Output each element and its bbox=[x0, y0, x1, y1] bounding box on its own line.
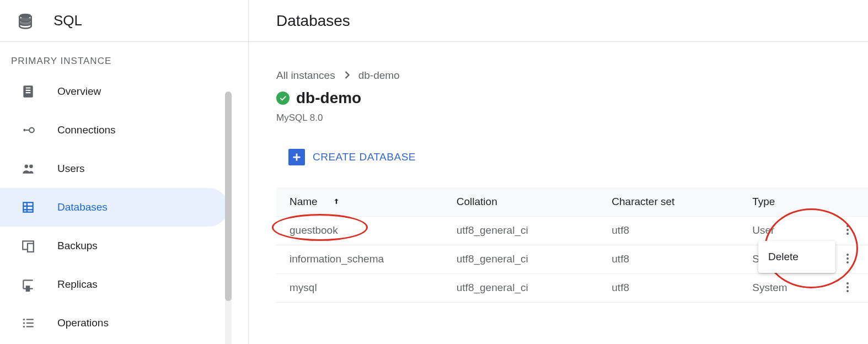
cell-charset: utf8 bbox=[598, 216, 739, 245]
sidebar-scrollbar[interactable] bbox=[225, 92, 232, 344]
svg-point-5 bbox=[25, 164, 29, 168]
create-database-button[interactable]: CREATE DATABASE bbox=[288, 149, 868, 165]
row-actions-kebab[interactable] bbox=[841, 281, 854, 294]
section-title: Databases bbox=[249, 0, 868, 42]
col-header-collation[interactable]: Collation bbox=[443, 187, 599, 216]
sidebar-item-label: Operations bbox=[57, 317, 109, 329]
svg-rect-7 bbox=[23, 202, 33, 212]
sidebar-item-label: Overview bbox=[57, 85, 101, 98]
svg-rect-10 bbox=[26, 286, 29, 291]
col-header-name[interactable]: Name bbox=[276, 187, 443, 216]
svg-point-4 bbox=[29, 128, 34, 133]
main: Databases All instances db-demo db-demo … bbox=[249, 0, 868, 344]
instance-name: db-demo bbox=[296, 89, 361, 107]
cell-charset: utf8 bbox=[598, 245, 739, 273]
svg-point-25 bbox=[846, 290, 849, 292]
row-actions-kebab[interactable] bbox=[841, 252, 854, 265]
sidebar-item-label: Connections bbox=[57, 124, 116, 136]
svg-point-21 bbox=[846, 257, 849, 260]
sidebar-item-label: Users bbox=[57, 163, 85, 175]
sidebar-item-label: Backups bbox=[57, 240, 98, 252]
svg-point-15 bbox=[23, 326, 25, 327]
svg-rect-16 bbox=[26, 326, 34, 327]
table-header-row: Name Collation Character set Type bbox=[276, 187, 868, 216]
col-header-actions bbox=[827, 187, 868, 216]
cell-name: guestbook bbox=[276, 216, 443, 245]
table-row[interactable]: mysql utf8_general_ci utf8 System bbox=[276, 273, 868, 302]
sidebar-item-label: Databases bbox=[57, 201, 108, 213]
cell-type: System bbox=[739, 273, 827, 302]
breadcrumb-leaf: db-demo bbox=[358, 69, 400, 82]
row-actions-kebab[interactable] bbox=[841, 223, 854, 237]
database-table-wrap: Name Collation Character set Type guest bbox=[276, 187, 868, 303]
svg-point-19 bbox=[846, 233, 849, 235]
users-icon bbox=[21, 162, 35, 176]
plus-icon bbox=[288, 149, 305, 165]
cell-name: information_schema bbox=[276, 245, 443, 273]
cell-charset: utf8 bbox=[598, 273, 739, 302]
svg-point-13 bbox=[23, 322, 25, 324]
col-header-type[interactable]: Type bbox=[739, 187, 827, 216]
instance-title-row: db-demo bbox=[276, 89, 868, 107]
sidebar-heading: PRIMARY INSTANCE bbox=[0, 50, 232, 72]
svg-point-23 bbox=[846, 282, 849, 284]
product-title: SQL bbox=[53, 12, 82, 29]
sort-arrow-up-icon bbox=[333, 196, 340, 208]
menu-item-delete[interactable]: Delete bbox=[758, 244, 835, 270]
svg-point-22 bbox=[846, 261, 849, 264]
sidebar-item-backups[interactable]: Backups bbox=[0, 227, 228, 265]
operations-icon bbox=[21, 316, 35, 330]
svg-point-20 bbox=[846, 254, 849, 256]
svg-point-6 bbox=[29, 164, 33, 168]
main-content: All instances db-demo db-demo MySQL 8.0 … bbox=[249, 42, 868, 303]
sql-product-icon bbox=[17, 12, 34, 30]
sidebar-item-users[interactable]: Users bbox=[0, 149, 228, 188]
sidebar-item-replicas[interactable]: Replicas bbox=[0, 265, 228, 304]
col-header-name-label: Name bbox=[290, 196, 318, 207]
breadcrumb-root[interactable]: All instances bbox=[276, 69, 335, 82]
svg-point-24 bbox=[846, 286, 849, 288]
svg-point-18 bbox=[846, 229, 849, 231]
sidebar-item-label: Replicas bbox=[57, 278, 98, 291]
overview-icon bbox=[21, 84, 35, 99]
svg-rect-12 bbox=[26, 319, 34, 320]
svg-point-11 bbox=[23, 319, 25, 320]
svg-point-17 bbox=[846, 225, 849, 227]
cell-collation: utf8_general_ci bbox=[443, 273, 599, 302]
create-database-label: CREATE DATABASE bbox=[313, 151, 416, 163]
engine-version: MySQL 8.0 bbox=[276, 112, 868, 123]
sidebar-scrollbar-thumb[interactable] bbox=[225, 92, 232, 301]
sidebar-item-databases[interactable]: Databases bbox=[0, 188, 228, 227]
sidebar-item-operations[interactable]: Operations bbox=[0, 304, 228, 342]
row-action-menu: Delete bbox=[758, 241, 835, 273]
svg-point-3 bbox=[23, 129, 25, 131]
cell-collation: utf8_general_ci bbox=[443, 216, 599, 245]
svg-rect-9 bbox=[28, 244, 34, 252]
sidebar-item-connections[interactable]: Connections bbox=[0, 111, 228, 149]
chevron-right-icon bbox=[344, 69, 350, 82]
col-header-charset[interactable]: Character set bbox=[598, 187, 739, 216]
status-ok-icon bbox=[276, 92, 290, 105]
databases-icon bbox=[21, 200, 35, 214]
cell-name: mysql bbox=[276, 273, 443, 302]
svg-rect-14 bbox=[26, 322, 34, 324]
backups-icon bbox=[21, 239, 35, 253]
cell-collation: utf8_general_ci bbox=[443, 245, 599, 273]
sidebar: PRIMARY INSTANCE Overview Connections Us… bbox=[0, 42, 232, 344]
connections-icon bbox=[21, 123, 35, 137]
replicas-icon bbox=[21, 277, 35, 292]
breadcrumb: All instances db-demo bbox=[276, 69, 868, 82]
svg-point-2 bbox=[19, 21, 31, 25]
sidebar-item-overview[interactable]: Overview bbox=[0, 72, 228, 111]
